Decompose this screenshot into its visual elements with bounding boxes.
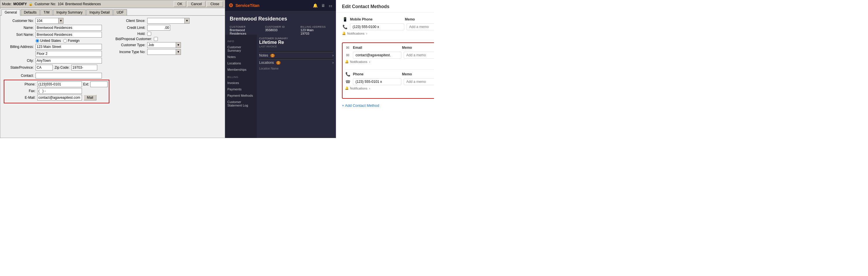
foreign-radio[interactable]	[63, 39, 67, 43]
st-sidebar-customer-summary[interactable]: Customer Summary	[225, 44, 257, 54]
phone-cm-input[interactable]	[353, 78, 401, 85]
credit-limit-input[interactable]	[147, 25, 170, 31]
phone-input[interactable]	[37, 82, 82, 87]
email-headers-row: ✉ Email Memo	[345, 45, 434, 50]
tab-inquiry-summary[interactable]: Inquiry Summary	[53, 9, 86, 15]
add-contact-method-button[interactable]: + Add Contact Method	[342, 101, 379, 110]
st-sidebar-notes[interactable]: Notes	[225, 54, 257, 60]
income-type-dropdown[interactable]: ▼	[176, 49, 181, 55]
st-locations-row: Locations 0 ›	[259, 59, 334, 66]
address2-row	[4, 51, 110, 57]
phone-memo-label: Memo	[402, 72, 434, 76]
us-radio[interactable]	[35, 39, 39, 43]
mobile-phone-section: 📱 Mobile Phone Memo 📞 🗑 🔔 Notifications …	[342, 17, 434, 36]
email-memo-input[interactable]	[404, 52, 434, 59]
income-type-input[interactable]	[147, 49, 176, 55]
client-since-dropdown[interactable]: ▼	[185, 18, 190, 24]
st-sidebar-payments[interactable]: Payments	[225, 86, 257, 92]
city-row: City:	[4, 58, 110, 63]
tab-defaults[interactable]: Defaults	[21, 9, 40, 15]
fax-input[interactable]	[37, 88, 82, 94]
contact-input[interactable]	[35, 73, 102, 79]
st-sidebar-memberships[interactable]: Memberships	[225, 66, 257, 73]
st-main-content: CUSTOMER SUMMARY Lifetime Re LAST INVOIC…	[257, 35, 336, 138]
email-notifications[interactable]: 🔔 Notifications ›	[345, 59, 434, 65]
mail-button[interactable]: Mail	[84, 95, 96, 100]
st-id-label: CUSTOMER ID	[265, 25, 296, 28]
us-radio-label[interactable]: United States	[35, 39, 61, 43]
contact-row: Contact:	[4, 73, 110, 79]
contact-section: Contact: Phone: Ext:	[4, 73, 110, 103]
tab-general[interactable]: General	[1, 9, 20, 16]
mobile-phone-input[interactable]	[350, 23, 404, 30]
city-input[interactable]	[35, 58, 102, 63]
billing-address-label: Billing Address:	[4, 45, 35, 49]
title-bar: Mode: MODIFY 🔒 Customer No: 104 Brentwoo…	[0, 0, 225, 8]
bid-proposal-checkbox[interactable]	[154, 37, 158, 41]
tab-udf[interactable]: UDF	[114, 9, 127, 15]
st-sidebar-invoices[interactable]: Invoices	[225, 80, 257, 86]
st-company-name: Brentwood Residences	[230, 16, 331, 22]
client-since-input-group: ▼	[147, 18, 190, 24]
email-input[interactable]	[37, 95, 82, 100]
ok-button[interactable]: OK	[174, 1, 186, 7]
sort-name-row: Sort Name:	[4, 32, 110, 37]
customer-no-dropdown[interactable]: ▼	[59, 18, 63, 24]
st-sidebar-statement-log[interactable]: Customer Statement Log	[225, 99, 257, 109]
income-type-label: Income Type No:	[116, 50, 147, 54]
zip-input[interactable]	[71, 65, 97, 70]
email-input[interactable]	[353, 52, 401, 59]
st-customer-value: Brentwood Residences	[230, 28, 260, 35]
billing-address-input[interactable]	[35, 44, 102, 50]
mobile-memo-label: Memo	[405, 17, 434, 21]
customer-no-input[interactable]	[35, 18, 59, 24]
phone-memo-input[interactable]	[404, 78, 434, 85]
phone-input-row: ☎ 🗑	[345, 78, 434, 85]
mode-label: Mode:	[2, 2, 11, 6]
address2-input[interactable]	[35, 51, 102, 57]
mobile-notifications[interactable]: 🔔 Notifications ›	[342, 30, 434, 36]
close-button[interactable]: Close	[207, 1, 223, 7]
cancel-button[interactable]: Cancel	[187, 1, 206, 7]
fax-row: Fax:	[5, 88, 107, 94]
st-notes-label: Notes 0	[259, 53, 275, 57]
phone-headers-row: 📞 Phone Memo	[345, 72, 434, 76]
bell-icon[interactable]: 🔔	[313, 3, 318, 8]
sort-name-input[interactable]	[35, 32, 102, 37]
phone-notifications[interactable]: 🔔 Notifications ›	[345, 85, 434, 91]
customer-no-input-group: ▼	[35, 18, 63, 24]
st-id-info: CUSTOMER ID 3558033	[265, 25, 296, 35]
monitor-icon[interactable]: 🖥	[321, 3, 325, 8]
mobile-memo-input[interactable]	[407, 23, 434, 30]
st-last-invoice-label: LAST INVOICE	[259, 45, 334, 48]
customer-type-dropdown[interactable]: ▼	[176, 42, 181, 48]
ecm-title: Edit Contact Methods	[342, 4, 389, 9]
client-since-label: Client Since:	[116, 19, 147, 23]
title-bar-buttons: OK Cancel Close	[174, 1, 223, 7]
hold-row: Hold:	[116, 32, 221, 36]
grid-icon[interactable]: ⚏	[329, 3, 333, 8]
ext-input[interactable]	[90, 82, 107, 87]
client-since-input[interactable]	[147, 18, 185, 24]
locations-expand-icon[interactable]: ›	[333, 61, 334, 65]
st-sidebar-locations[interactable]: Locations	[225, 60, 257, 66]
foreign-radio-label[interactable]: Foreign	[63, 39, 80, 43]
customer-type-input[interactable]	[147, 42, 176, 48]
ext-label: Ext:	[83, 82, 89, 86]
mobile-input-row: 📞 🗑	[342, 23, 434, 30]
customer-type-row: Customer Type: ▼	[116, 42, 221, 48]
phone-cm-label: Phone	[353, 72, 397, 76]
tab-tm[interactable]: T/M	[40, 9, 53, 15]
us-radio-text: United States	[40, 39, 61, 43]
sort-name-label: Sort Name:	[4, 33, 35, 37]
name-input[interactable]	[35, 25, 102, 31]
st-sidebar-payment-methods[interactable]: Payment Methods	[225, 92, 257, 99]
tab-inquiry-detail[interactable]: Inquiry Detail	[86, 9, 113, 15]
notes-expand-icon[interactable]: ›	[333, 53, 334, 57]
st-notes-row: Notes 0 ›	[259, 52, 334, 59]
income-type-input-group: ▼	[147, 49, 181, 55]
state-input[interactable]	[35, 65, 53, 70]
email-section: ✉ Email Memo ✉ 🗑 🔔 Notifications ›	[345, 45, 434, 65]
divider-1	[342, 40, 434, 40]
hold-checkbox[interactable]	[147, 32, 151, 36]
